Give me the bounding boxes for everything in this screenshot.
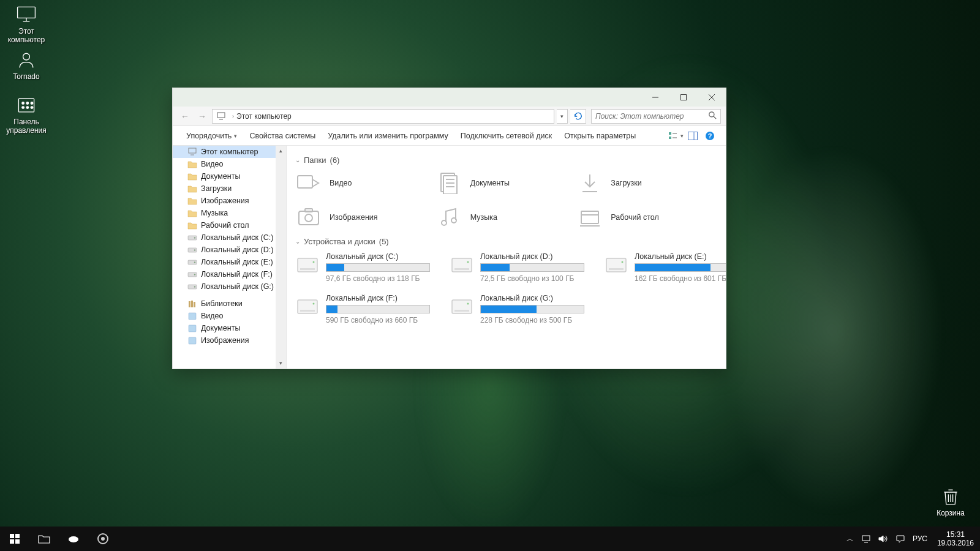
refresh-icon (574, 112, 582, 121)
drive-icon (295, 252, 320, 277)
tree-item[interactable]: Локальный диск (E:) (173, 256, 276, 268)
search-icon (709, 111, 717, 121)
search-input[interactable] (595, 112, 709, 121)
tree-item[interactable]: Загрузки (173, 182, 276, 195)
tree-item[interactable]: Музыка (173, 207, 276, 219)
tree-label: Рабочий стол (201, 221, 249, 230)
titlebar[interactable] (173, 88, 726, 107)
scrollbar[interactable]: ▴ ▾ (276, 146, 286, 369)
tray-language[interactable]: РУС (909, 527, 931, 551)
view-icon (668, 131, 679, 141)
forward-button[interactable]: → (195, 109, 209, 124)
desktop-icon-label: Tornado (3, 72, 50, 81)
tree-this-pc[interactable]: Этот компьютер (173, 146, 276, 158)
toolbar-organize[interactable]: Упорядочить▾ (180, 126, 243, 146)
desktop-icon-this-pc[interactable]: Этот компьютер (3, 5, 50, 44)
group-count: (5) (379, 237, 389, 246)
toolbar-uninstall[interactable]: Удалить или изменить программу (322, 126, 454, 146)
tree-item[interactable]: Видео (173, 158, 276, 170)
tray-overflow[interactable]: ︿ (843, 527, 858, 551)
drive-item[interactable]: Локальный диск (E:)162 ГБ свободно из 60… (604, 252, 726, 283)
drive-item[interactable]: Локальный диск (G:)228 ГБ свободно из 50… (450, 294, 599, 324)
toolbar-open-settings[interactable]: Открыть параметры (558, 126, 642, 146)
taskbar-chrome[interactable] (88, 527, 118, 551)
tree-label: Локальный диск (D:) (201, 246, 273, 254)
drive-icon (187, 258, 197, 266)
svg-rect-44 (189, 301, 190, 307)
folder-type-icon (436, 205, 463, 230)
folder-label: Загрузки (611, 179, 641, 187)
search-box[interactable] (591, 109, 721, 124)
tray-action-center[interactable] (892, 527, 909, 551)
minimize-icon (652, 94, 658, 100)
tree-item[interactable]: Видео (173, 310, 276, 322)
notification-icon (895, 534, 905, 543)
drive-item[interactable]: Локальный диск (F:)590 ГБ свободно из 66… (295, 294, 445, 324)
tree-item[interactable]: Изображения (173, 334, 276, 347)
tree-item[interactable]: Документы (173, 322, 276, 334)
folder-item[interactable]: Видео (295, 171, 436, 195)
taskbar-explorer[interactable] (29, 527, 59, 551)
taskbar-app-1[interactable] (59, 527, 88, 551)
pane-icon (688, 132, 698, 140)
refresh-button[interactable] (570, 109, 586, 124)
toolbar: Упорядочить▾ Свойства системы Удалить ил… (173, 126, 726, 146)
network-icon (861, 534, 871, 543)
view-options-button[interactable]: ▾ (667, 127, 684, 144)
svg-point-73 (622, 261, 624, 263)
drive-usage-bar (480, 263, 584, 272)
desktop-icon-label: Этот компьютер (3, 27, 50, 44)
scroll-up-icon[interactable]: ▴ (276, 146, 286, 156)
minimize-button[interactable] (641, 88, 669, 107)
folder-item[interactable]: Музыка (436, 205, 577, 230)
back-button[interactable]: ← (178, 109, 192, 124)
group-header-drives[interactable]: ⌄ Устройства и диски (5) (295, 237, 717, 246)
toolbar-system-props[interactable]: Свойства системы (243, 126, 322, 146)
folder-item[interactable]: Документы (436, 171, 577, 195)
drive-usage-bar (326, 263, 430, 272)
svg-rect-80 (10, 534, 14, 538)
tree-item[interactable]: Локальный диск (F:) (173, 268, 276, 280)
address-bar[interactable]: › Этот компьютер (212, 109, 554, 124)
drive-name: Локальный диск (E:) (635, 252, 726, 261)
folder-item[interactable]: Изображения (295, 205, 436, 230)
tree-item[interactable]: Локальный диск (D:) (173, 244, 276, 256)
drive-icon (187, 270, 197, 279)
drive-usage-bar (635, 263, 726, 272)
desktop-icon-control-panel[interactable]: Панель управления (3, 96, 50, 135)
svg-point-10 (31, 107, 33, 109)
group-header-folders[interactable]: ⌄ Папки (6) (295, 156, 717, 165)
svg-rect-75 (300, 310, 315, 312)
folder-item[interactable]: Рабочий стол (576, 205, 717, 230)
drive-item[interactable]: Локальный диск (D:)72,5 ГБ свободно из 1… (450, 252, 599, 283)
tree-libraries[interactable]: Библиотеки (173, 298, 276, 310)
scroll-down-icon[interactable]: ▾ (276, 358, 286, 369)
start-button[interactable] (0, 527, 29, 551)
toolbar-map-drive[interactable]: Подключить сетевой диск (454, 126, 558, 146)
maximize-button[interactable] (669, 88, 698, 107)
drive-name: Локальный диск (D:) (480, 252, 584, 261)
help-button[interactable]: ? (701, 127, 718, 144)
svg-rect-48 (189, 325, 196, 332)
drive-item[interactable]: Локальный диск (C:)97,6 ГБ свободно из 1… (295, 252, 445, 283)
preview-pane-button[interactable] (684, 127, 701, 144)
cloud-icon (67, 534, 80, 543)
tree-label: Музыка (201, 209, 228, 217)
svg-rect-59 (305, 209, 312, 212)
desktop-icon-recycle-bin[interactable]: Корзина (927, 487, 974, 517)
tray-network[interactable] (858, 527, 875, 551)
tree-item[interactable]: Локальный диск (C:) (173, 231, 276, 244)
svg-line-23 (714, 116, 716, 119)
tree-item[interactable]: Документы (173, 170, 276, 182)
svg-rect-25 (669, 137, 671, 139)
tree-item[interactable]: Локальный диск (G:) (173, 280, 276, 293)
tree-item[interactable]: Изображения (173, 195, 276, 207)
close-button[interactable] (698, 88, 726, 107)
folder-item[interactable]: Загрузки (576, 171, 717, 195)
desktop-icon-user[interactable]: Tornado (3, 50, 50, 81)
tray-clock[interactable]: 15:31 19.03.2016 (931, 530, 980, 547)
tree-label: Изображения (201, 197, 249, 205)
tray-volume[interactable] (875, 527, 892, 551)
address-dropdown[interactable]: ▾ (557, 109, 568, 124)
tree-item[interactable]: Рабочий стол (173, 219, 276, 231)
